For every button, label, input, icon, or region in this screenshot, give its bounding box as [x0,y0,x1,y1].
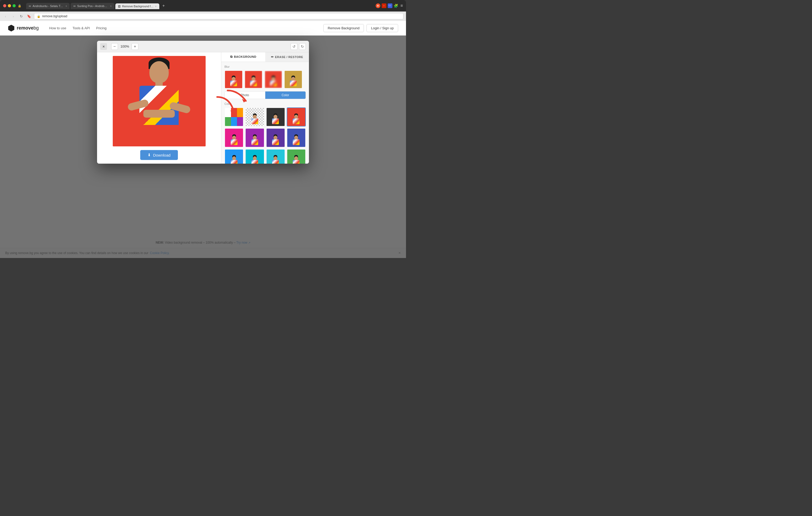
modal-overlay: × − 100% + ↺ ↻ [0,35,406,258]
modal-body: ⬇ Download ⧉ BACKGROUND ✏ ERASE [97,52,309,164]
ext-shield-icon[interactable]: 🛡 [388,3,393,8]
image-area: ⬇ Download [97,52,221,164]
modal-close-button[interactable]: × [100,43,107,50]
address-bar-row: ‹ › ↻ 🔖 🔒 remove.bg/upload [0,11,406,21]
login-signup-button[interactable]: Login / Sign up [367,24,398,32]
tab-3-label: Remove Background from Imag... [122,5,153,8]
tab-1-close[interactable]: × [66,5,67,7]
nav-links: How to use Tools & API Pricing [49,26,107,30]
add-tab-button[interactable]: + [161,2,167,9]
tab-favicon-3: 🖼 [118,5,121,8]
cyan-thumb[interactable] [245,149,264,164]
back-button[interactable]: ‹ [3,13,8,19]
teal-thumb[interactable] [266,149,285,164]
logo-text: removebg [17,25,39,31]
pink-thumb[interactable] [225,128,243,147]
download-button[interactable]: ⬇ Download [140,150,178,160]
ext-brave-icon[interactable]: B [376,3,380,8]
pencil-icon: ✏ [271,55,274,59]
modal-toolbar: × − 100% + ↺ ↻ [97,41,309,52]
person-head [149,61,169,83]
logo: removebg [8,25,39,32]
tab-erase-restore[interactable]: ✏ ERASE / RESTORE [265,52,309,62]
blur-thumb-0[interactable] [225,70,243,89]
dark-purple-thumb[interactable] [266,128,285,147]
panel-tabs: ⧉ BACKGROUND ✏ ERASE / RESTORE [221,52,309,62]
tab-1-label: Androbuntu - Selalu Tahu Teknologi... [33,4,64,7]
zoom-value: 100% [120,44,130,48]
browser-tab-3[interactable]: 🖼 Remove Background from Imag... × [115,3,159,9]
history-buttons: ↺ ↻ [291,43,306,50]
tab-3-close[interactable]: × [155,5,157,8]
nav-pricing[interactable]: Pricing [96,26,107,30]
transparent-thumb[interactable] [245,108,264,126]
tab-background[interactable]: ⧉ BACKGROUND [221,52,265,62]
tab-erase-label: ERASE / RESTORE [275,55,303,59]
browser-extension-icons: B ! 🛡 🧩 ≡ [376,3,403,8]
maximize-traffic-light[interactable] [12,4,16,7]
red-thumb[interactable] [287,108,306,126]
redo-button[interactable]: ↻ [299,43,306,50]
ext-puzzle-icon[interactable]: 🧩 [394,4,398,8]
layers-icon: ⧉ [230,55,233,59]
zoom-controls: − 100% + [111,43,138,50]
reload-button[interactable]: ↻ [18,13,24,19]
photo-toggle-button[interactable]: Photo [225,91,265,99]
purple-thumb[interactable] [245,128,264,147]
undo-button[interactable]: ↺ [291,43,297,50]
download-label: Download [153,153,171,157]
green-thumb[interactable] [287,149,306,164]
bookmark-button[interactable]: 🔖 [26,13,32,19]
browser-tab-1[interactable]: ∞ Androbuntu - Selalu Tahu Teknologi... … [26,3,69,9]
tab-infinity-icon: ∞ [29,4,31,8]
tab-2-label: Sunting Pos ‹ Androbuntu — WordP... [77,4,109,7]
browser-tabs: ∞ Androbuntu - Selalu Tahu Teknologi... … [24,2,374,9]
browser-lock-icon: 🔒 [18,4,22,7]
blue-thumb[interactable] [225,149,243,164]
blur-label: Blur [225,65,306,68]
zoom-in-button[interactable]: + [132,43,138,50]
ext-alert-icon[interactable]: ! [382,3,386,8]
traffic-lights [3,4,16,7]
person-forearm [143,110,175,118]
color-palette-thumb[interactable] [225,108,243,126]
editor-modal: × − 100% + ↺ ↻ [97,41,309,164]
site-nav: removebg How to use Tools & API Pricing … [0,21,406,35]
color-toggle-button[interactable]: Color [265,91,306,99]
address-text: remove.bg/upload [42,14,67,18]
address-bar[interactable]: 🔒 remove.bg/upload [34,13,403,19]
tab-background-label: BACKGROUND [234,55,256,58]
nav-tools-api[interactable]: Tools & API [72,26,90,30]
close-traffic-light[interactable] [3,4,6,7]
forward-button[interactable]: › [10,13,16,19]
dark-thumb[interactable] [266,108,285,126]
tab-2-close[interactable]: × [110,5,112,7]
right-panel: ⧉ BACKGROUND ✏ ERASE / RESTORE Blur [221,52,309,164]
browser-chrome: 🔒 ∞ Androbuntu - Selalu Tahu Teknologi..… [0,0,406,11]
photo-color-toggle: Photo Color [225,91,306,99]
nav-actions: Remove Background Login / Sign up [323,24,398,32]
indigo-thumb[interactable] [287,128,306,147]
zoom-out-button[interactable]: − [111,43,118,50]
blur-thumb-1[interactable] [244,70,263,89]
color-section-label: Color [225,102,306,105]
logo-icon [8,25,14,32]
browser-tab-2[interactable]: ∞ Sunting Pos ‹ Androbuntu — WordP... × [70,3,114,9]
download-icon: ⬇ [148,153,151,157]
minimize-traffic-light[interactable] [8,4,11,7]
remove-background-button[interactable]: Remove Background [323,24,364,32]
blur-thumbnails [225,70,306,89]
tab-infinity-icon-2: ∞ [73,4,76,8]
color-grid [225,108,306,164]
subject-image [113,56,206,146]
lock-icon: 🔒 [37,14,40,18]
panel-content: Blur [221,62,309,164]
page-content: removebg How to use Tools & API Pricing … [0,21,406,258]
person-figure [125,56,193,146]
nav-how-to-use[interactable]: How to use [49,26,66,30]
browser-menu-icon[interactable]: ≡ [400,3,403,8]
blur-thumb-3[interactable] [284,70,302,89]
blur-thumb-2[interactable] [264,70,283,89]
